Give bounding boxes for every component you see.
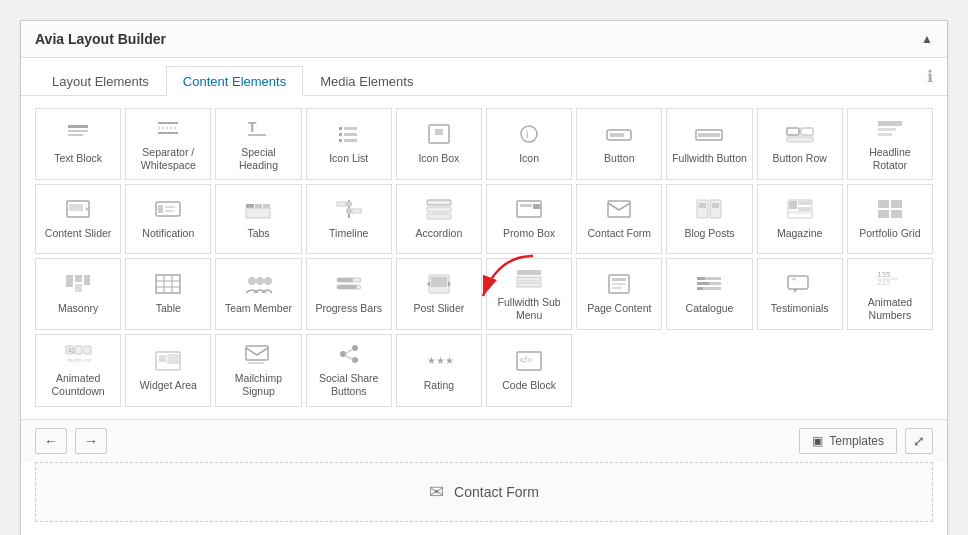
svg-rect-27	[878, 128, 896, 131]
svg-rect-63	[878, 210, 889, 218]
svg-rect-60	[789, 211, 811, 214]
templates-button[interactable]: ▣ Templates	[799, 428, 897, 454]
element-post-slider[interactable]: Post Slider	[396, 258, 482, 330]
svg-point-74	[248, 277, 256, 285]
svg-rect-90	[612, 283, 626, 285]
svg-rect-46	[427, 207, 451, 212]
element-code-block[interactable]: </> Code Block	[486, 334, 572, 406]
element-timeline[interactable]: Timeline	[306, 184, 392, 254]
element-page-content[interactable]: Page Content	[576, 258, 662, 330]
element-progress-bars[interactable]: Progress Bars	[306, 258, 392, 330]
blog-posts-icon	[695, 198, 723, 223]
contact-form-icon	[605, 198, 633, 223]
element-contact-form[interactable]: Contact Form	[576, 184, 662, 254]
icon-icon: i	[517, 123, 541, 148]
element-label: Rating	[424, 379, 454, 392]
svg-rect-66	[75, 275, 82, 282]
element-text-block[interactable]: Text Block	[35, 108, 121, 180]
element-label: Tabs	[247, 227, 269, 240]
svg-rect-98	[788, 276, 808, 289]
svg-rect-34	[165, 206, 175, 208]
info-icon[interactable]: ℹ	[927, 67, 933, 94]
element-button-row[interactable]: Button Row	[757, 108, 843, 180]
element-portfolio-grid[interactable]: Portfolio Grid	[847, 184, 933, 254]
svg-text:i: i	[526, 128, 528, 140]
element-promo-box[interactable]: Promo Box	[486, 184, 572, 254]
svg-rect-30	[69, 204, 83, 211]
element-label: Testimonials	[771, 302, 829, 315]
element-label: Blog Posts	[684, 227, 734, 240]
element-rating[interactable]: ★★★ Rating	[396, 334, 482, 406]
notification-icon	[154, 198, 182, 223]
element-label: Animated Countdown	[40, 372, 116, 397]
catalogue-icon	[695, 273, 723, 298]
element-mailchimp-signup[interactable]: Mailchimp Signup	[215, 334, 301, 406]
element-content-slider[interactable]: Content Slider	[35, 184, 121, 254]
svg-rect-62	[891, 200, 902, 208]
element-icon-box[interactable]: Icon Box	[396, 108, 482, 180]
svg-point-76	[264, 277, 272, 285]
element-icon[interactable]: i Icon	[486, 108, 572, 180]
element-icon-list[interactable]: Icon List	[306, 108, 392, 180]
element-label: Widget Area	[140, 379, 197, 392]
element-label: Page Content	[587, 302, 651, 315]
tab-layout-elements[interactable]: Layout Elements	[35, 66, 166, 96]
svg-rect-23	[787, 128, 799, 135]
element-label: Special Heading	[220, 146, 296, 171]
social-share-icon	[335, 343, 363, 368]
element-special-heading[interactable]: T Special Heading	[215, 108, 301, 180]
mailchimp-signup-icon	[244, 343, 272, 368]
svg-rect-82	[431, 277, 447, 287]
element-widget-area[interactable]: Widget Area	[125, 334, 211, 406]
templates-label: Templates	[829, 434, 884, 448]
svg-point-41	[346, 201, 352, 207]
element-separator[interactable]: Separator / Whitespace	[125, 108, 211, 180]
back-button[interactable]: ←	[35, 428, 67, 454]
element-testimonials[interactable]: " Testimonials	[757, 258, 843, 330]
element-team-member[interactable]: Team Member	[215, 258, 301, 330]
svg-rect-61	[878, 200, 889, 208]
element-accordion[interactable]: Accordion	[396, 184, 482, 254]
svg-rect-53	[710, 200, 721, 218]
element-headline-rotator[interactable]: Headline Rotator	[847, 108, 933, 180]
svg-rect-51	[608, 201, 630, 217]
team-member-icon	[244, 273, 272, 298]
svg-rect-68	[75, 284, 82, 292]
element-fullwidth-button[interactable]: Fullwidth Button	[666, 108, 752, 180]
expand-button[interactable]: ⤢	[905, 428, 933, 454]
svg-rect-69	[156, 275, 180, 293]
svg-line-121	[346, 356, 352, 359]
element-label: Animated Numbers	[852, 296, 928, 321]
element-button[interactable]: Button	[576, 108, 662, 180]
svg-rect-45	[427, 200, 451, 205]
element-notification[interactable]: Notification	[125, 184, 211, 254]
svg-rect-10	[344, 127, 357, 130]
element-social-share[interactable]: Social Share Buttons	[306, 334, 392, 406]
panel-collapse-button[interactable]: ▲	[921, 32, 933, 46]
table-icon	[154, 273, 182, 298]
timeline-icon	[335, 198, 363, 223]
element-label: Mailchimp Signup	[220, 372, 296, 397]
panel-title: Avia Layout Builder	[35, 31, 166, 47]
element-masonry[interactable]: Masonry	[35, 258, 121, 330]
element-animated-numbers[interactable]: 135215 Animated Numbers	[847, 258, 933, 330]
svg-rect-91	[612, 287, 622, 289]
tab-media-elements[interactable]: Media Elements	[303, 66, 430, 96]
svg-rect-57	[789, 201, 797, 209]
element-label: Team Member	[225, 302, 292, 315]
headline-rotator-icon	[876, 117, 904, 142]
element-fullwidth-submenu[interactable]: Fullwidth Sub Menu	[486, 258, 572, 330]
element-table[interactable]: Table	[125, 258, 211, 330]
element-tabs[interactable]: Tabs	[215, 184, 301, 254]
element-magazine[interactable]: Magazine	[757, 184, 843, 254]
content-slider-icon	[64, 198, 92, 223]
forward-button[interactable]: →	[75, 428, 107, 454]
tab-content-elements[interactable]: Content Elements	[166, 66, 303, 96]
svg-rect-43	[337, 202, 346, 206]
text-block-icon	[66, 123, 90, 148]
element-blog-posts[interactable]: Blog Posts	[666, 184, 752, 254]
svg-rect-65	[66, 275, 73, 287]
element-animated-countdown[interactable]: 42dayshrsmin Animated Countdown	[35, 334, 121, 406]
element-catalogue[interactable]: Catalogue	[666, 258, 752, 330]
svg-rect-13	[339, 139, 342, 142]
